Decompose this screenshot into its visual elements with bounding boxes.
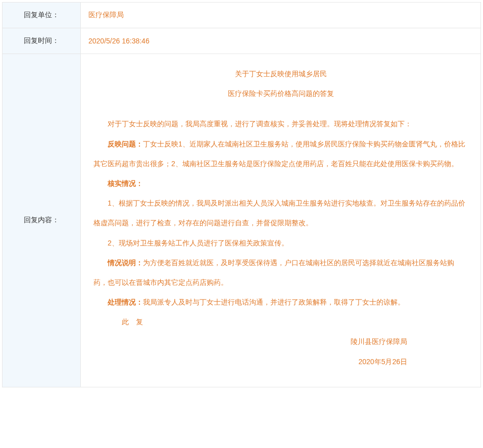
problem-label: 反映问题： bbox=[108, 140, 143, 148]
handle-label: 处理情况： bbox=[108, 298, 143, 306]
explain-text: 为方便老百姓就近就医，及时享受医保待遇，户口在城南社区的居民可选择就近在城南社区… bbox=[93, 259, 454, 286]
verify-item-1: 1、根据丁女士反映的情况，我局及时派出相关人员深入城南卫生服务站进行实地核查。对… bbox=[93, 193, 468, 233]
content-title-1: 关于丁女士反映使用城乡居民 bbox=[93, 64, 468, 84]
reply-unit-label: 回复单位： bbox=[3, 3, 81, 28]
verify-item-2: 2、现场对卫生服务站工作人员进行了医保相关政策宣传。 bbox=[93, 233, 468, 253]
reply-time-value: 2020/5/26 16:38:46 bbox=[81, 28, 481, 54]
content-title-2: 医疗保险卡买药价格高问题的答复 bbox=[93, 84, 468, 104]
reply-content-label: 回复内容： bbox=[3, 54, 81, 387]
reply-unit-value: 医疗保障局 bbox=[81, 3, 481, 28]
reply-time-label: 回复时间： bbox=[3, 28, 81, 54]
content-problem: 反映问题：丁女士反映1、近期家人在城南社区卫生服务站，使用城乡居民医疗保险卡购买… bbox=[93, 134, 468, 174]
handle-text: 我局派专人及时与丁女士进行电话沟通，并进行了政策解释，取得了丁女士的谅解。 bbox=[143, 298, 405, 306]
content-closing: 此 复 bbox=[93, 312, 468, 332]
content-date: 2020年5月26日 bbox=[93, 352, 468, 372]
problem-text: 丁女士反映1、近期家人在城南社区卫生服务站，使用城乡居民医疗保险卡购买药物金匮肾… bbox=[93, 140, 465, 168]
reply-content-body: 关于丁女士反映使用城乡居民 医疗保险卡买药价格高问题的答复 对于丁女士反映的问题… bbox=[81, 54, 481, 387]
content-explain: 情况说明：为方便老百姓就近就医，及时享受医保待遇，户口在城南社区的居民可选择就近… bbox=[93, 253, 468, 292]
spacer bbox=[93, 104, 468, 114]
reply-table: 回复单位： 医疗保障局 回复时间： 2020/5/26 16:38:46 回复内… bbox=[2, 2, 481, 387]
reply-time-row: 回复时间： 2020/5/26 16:38:46 bbox=[3, 28, 481, 54]
content-intro: 对于丁女士反映的问题，我局高度重视，进行了调查核实，并妥善处理。现将处理情况答复… bbox=[93, 114, 468, 134]
content-signature: 陵川县医疗保障局 bbox=[93, 332, 468, 352]
verify-label: 核实情况： bbox=[93, 174, 468, 193]
reply-unit-row: 回复单位： 医疗保障局 bbox=[3, 3, 481, 28]
explain-label: 情况说明： bbox=[108, 259, 143, 267]
reply-content-row: 回复内容： 关于丁女士反映使用城乡居民 医疗保险卡买药价格高问题的答复 对于丁女… bbox=[3, 54, 481, 387]
content-handle: 处理情况：我局派专人及时与丁女士进行电话沟通，并进行了政策解释，取得了丁女士的谅… bbox=[93, 292, 468, 312]
